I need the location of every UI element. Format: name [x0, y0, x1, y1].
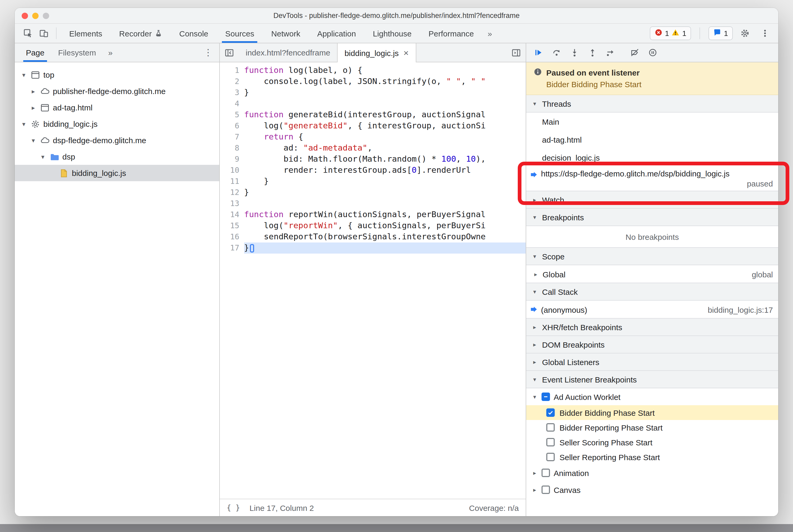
elb-item-seller-reporting-phase-start[interactable]: Seller Reporting Phase Start [526, 450, 778, 464]
code-line-9[interactable]: bid: Math.floor(Math.random() * 100, 10)… [244, 154, 526, 165]
line-number[interactable]: 7 [220, 132, 244, 142]
code-line-4[interactable] [244, 98, 526, 109]
deactivate-breakpoints-button[interactable] [628, 46, 641, 59]
code-line-3[interactable]: } [244, 87, 526, 98]
settings-gear-icon[interactable] [737, 25, 753, 41]
code-line-12[interactable]: } [244, 187, 526, 198]
line-number-gutter[interactable]: 1234567891011121314151617 [220, 65, 244, 499]
pause-on-exceptions-button[interactable] [646, 46, 659, 59]
step-over-button[interactable] [549, 46, 563, 59]
more-navigator-tabs-chevron[interactable]: » [103, 48, 118, 57]
section-global-listeners[interactable]: ▸Global Listeners [526, 353, 778, 371]
code-editor[interactable]: 1234567891011121314151617 function log(l… [220, 62, 526, 499]
tab-console[interactable]: Console [171, 24, 216, 43]
checkbox-seller-scoring-phase-start[interactable] [546, 438, 555, 446]
line-number[interactable]: 17 [220, 243, 244, 253]
line-number[interactable]: 3 [220, 87, 244, 98]
code-line-10[interactable]: render: interestGroup.ads[0].renderUrl [244, 165, 526, 176]
code-line-11[interactable]: } [244, 176, 526, 187]
tab-network[interactable]: Network [263, 24, 309, 43]
checkbox-canvas[interactable] [542, 486, 550, 494]
line-number[interactable]: 16 [220, 231, 244, 243]
minimize-button[interactable] [32, 13, 39, 19]
code-line-8[interactable]: ad: "ad-metadata", [244, 142, 526, 154]
section-call-stack[interactable]: ▾ Call Stack [526, 283, 778, 301]
close-tab-icon[interactable]: × [403, 48, 409, 57]
checkbox-ad-auction-worklet[interactable] [542, 393, 550, 401]
tree-item-ad-tag-html[interactable]: ▸ad-tag.html [15, 99, 219, 116]
more-tools-chevron[interactable]: » [483, 29, 497, 38]
tab-page[interactable]: Page [19, 43, 51, 62]
disclosure-expanded-icon[interactable]: ▾ [531, 393, 538, 400]
tree-item-bidding-logic-js[interactable]: ▾bidding_logic.js [15, 116, 219, 132]
tree-item-publisher-fledge-demo-glitch-me[interactable]: ▸publisher-fledge-demo.glitch.me [15, 83, 219, 99]
thread-ad-tag-html[interactable]: ad-tag.html [526, 131, 778, 149]
checkbox-animation[interactable] [542, 469, 550, 477]
checkbox-bidder-bidding-phase-start[interactable] [546, 408, 555, 417]
line-number[interactable]: 6 [220, 120, 244, 132]
tab-sources[interactable]: Sources [217, 24, 263, 43]
close-button[interactable] [22, 13, 28, 19]
line-number[interactable]: 12 [220, 187, 244, 198]
tree-item-dsp[interactable]: ▾dsp [15, 149, 219, 165]
tree-item-dsp-fledge-demo-glitch-me[interactable]: ▾dsp-fledge-demo.glitch.me [15, 132, 219, 149]
code-line-14[interactable]: function reportWin(auctionSignals, perBu… [244, 209, 526, 220]
disclosure-collapsed-icon[interactable]: ▸ [531, 469, 538, 476]
step-out-button[interactable] [585, 46, 599, 59]
line-number[interactable]: 9 [220, 154, 244, 165]
code-line-13[interactable] [244, 198, 526, 209]
line-number[interactable]: 10 [220, 165, 244, 176]
stack-frame-anonymous[interactable]: (anonymous)bidding_logic.js:17 [526, 301, 778, 319]
line-number[interactable]: 4 [220, 98, 244, 109]
kebab-menu-icon[interactable] [757, 25, 773, 41]
code-line-1[interactable]: function log(label, o) { [244, 65, 526, 76]
tab-performance[interactable]: Performance [420, 24, 483, 43]
disclosure-expanded-icon[interactable]: ▾ [20, 120, 27, 128]
section-event-listener-breakpoints[interactable]: ▾ Event Listener Breakpoints [526, 370, 778, 388]
code-line-5[interactable]: function generateBid(interestGroup, auct… [244, 109, 526, 120]
zoom-button[interactable] [43, 13, 49, 19]
disclosure-expanded-icon[interactable]: ▾ [39, 153, 46, 160]
line-number[interactable]: 13 [220, 198, 244, 209]
toggle-navigator-icon[interactable] [220, 43, 239, 62]
pretty-print-icon[interactable]: { } [227, 504, 240, 512]
line-number[interactable]: 8 [220, 142, 244, 154]
elb-item-bidder-bidding-phase-start[interactable]: Bidder Bidding Phase Start [526, 405, 778, 420]
elb-category-animation[interactable]: ▸Animation [526, 464, 778, 481]
checkbox-bidder-reporting-phase-start[interactable] [546, 423, 555, 432]
code-line-15[interactable]: log("reportWin", { auctionSignals, perBu… [244, 220, 526, 231]
section-scope[interactable]: ▾ Scope [526, 247, 778, 265]
code-line-2[interactable]: console.log(label, JSON.stringify(o, " "… [244, 76, 526, 87]
disclosure-expanded-icon[interactable]: ▾ [20, 71, 27, 78]
thread-main[interactable]: Main [526, 113, 778, 131]
line-number[interactable]: 11 [220, 176, 244, 187]
navigator-more-icon[interactable]: ⋮ [201, 47, 215, 58]
code-line-6[interactable]: log("generateBid", { interestGroup, auct… [244, 120, 526, 132]
section-xhr-fetch-breakpoints[interactable]: ▸XHR/fetch Breakpoints [526, 318, 778, 336]
elb-item-seller-scoring-phase-start[interactable]: Seller Scoring Phase Start [526, 435, 778, 450]
tab-filesystem[interactable]: Filesystem [51, 43, 103, 62]
code-line-16[interactable]: sendReportTo(browserSignals.interestGrou… [244, 231, 526, 243]
disclosure-collapsed-icon[interactable]: ▸ [30, 88, 37, 95]
disclosure-collapsed-icon[interactable]: ▸ [30, 104, 37, 111]
tab-elements[interactable]: Elements [61, 24, 111, 43]
tab-recorder[interactable]: Recorder [111, 24, 171, 43]
tab-application[interactable]: Application [309, 24, 364, 43]
line-number[interactable]: 1 [220, 65, 244, 76]
tab-lighthouse[interactable]: Lighthouse [364, 24, 420, 43]
disclosure-expanded-icon[interactable]: ▾ [30, 137, 37, 144]
checkbox-seller-reporting-phase-start[interactable] [546, 453, 555, 461]
elb-category-canvas[interactable]: ▸Canvas [526, 481, 778, 498]
device-toolbar-icon[interactable] [36, 25, 52, 41]
elb-category-ad-auction-worklet[interactable]: ▾Ad Auction Worklet [526, 388, 778, 405]
thread-decision-logic-js[interactable]: decision_logic.js [526, 149, 778, 166]
scope-global[interactable]: ▸Globalglobal [526, 265, 778, 283]
tree-item-top[interactable]: ▾top [15, 66, 219, 83]
section-dom-breakpoints[interactable]: ▸DOM Breakpoints [526, 336, 778, 354]
step-button[interactable] [603, 46, 617, 59]
issues-badge[interactable]: 1 1 [649, 26, 691, 40]
step-into-button[interactable] [567, 46, 581, 59]
line-number[interactable]: 14 [220, 209, 244, 220]
more-editor-tabs-icon[interactable] [507, 43, 526, 62]
disclosure-collapsed-icon[interactable]: ▸ [531, 486, 538, 493]
